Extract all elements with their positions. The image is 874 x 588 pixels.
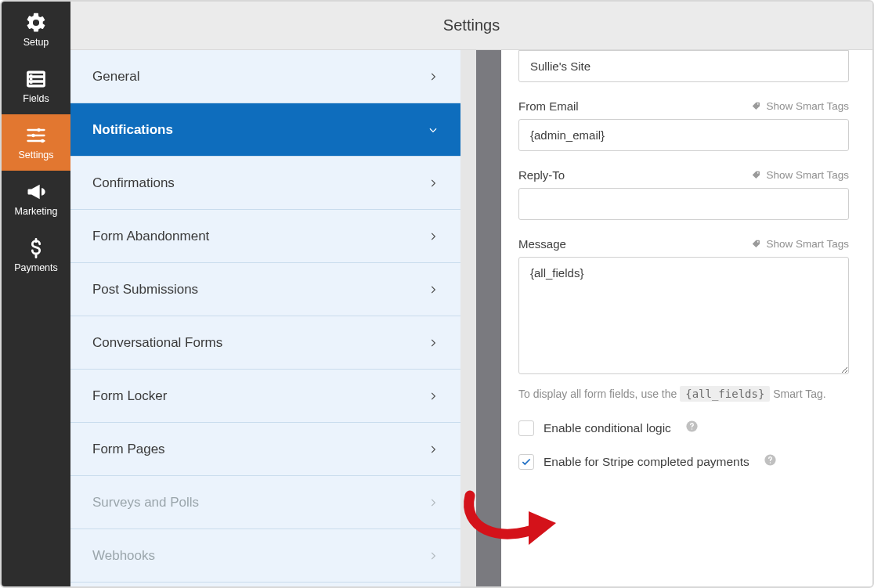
settings-item-post-submissions[interactable]: Post Submissions: [70, 263, 460, 316]
dollar-icon: [25, 237, 47, 259]
list-icon: [25, 68, 47, 90]
help-icon: [764, 453, 777, 467]
message-textarea[interactable]: [518, 257, 849, 374]
sliders-icon: [25, 124, 47, 146]
checkbox-conditional-logic[interactable]: [518, 420, 534, 436]
chevron-right-icon: [428, 391, 439, 402]
message-hint: To display all form fields, use the {all…: [518, 385, 849, 402]
settings-item-label: Form Pages: [92, 442, 165, 457]
settings-item-label: Form Locker: [92, 388, 167, 404]
hint-text: To display all form fields, use the: [518, 388, 680, 400]
show-smart-tags-reply-to[interactable]: Show Smart Tags: [751, 169, 849, 181]
iconbar-settings[interactable]: Settings: [2, 114, 70, 171]
from-name-input[interactable]: [518, 50, 849, 82]
svg-rect-2: [30, 78, 33, 80]
tags-icon: [751, 170, 762, 181]
page-header: Settings: [70, 2, 872, 50]
primary-iconbar: Setup Fields Settings Marketing Payments: [2, 2, 70, 586]
iconbar-fields[interactable]: Fields: [2, 58, 70, 114]
page-title: Settings: [443, 16, 500, 34]
tags-icon: [751, 239, 762, 250]
checkbox-conditional-logic-row: Enable conditional logic: [518, 420, 849, 436]
settings-item-label: Form Abandonment: [92, 229, 209, 244]
chevron-right-icon: [428, 231, 439, 242]
help-tooltip[interactable]: [685, 420, 699, 436]
chevron-right-icon: [428, 337, 439, 348]
help-tooltip[interactable]: [764, 453, 777, 470]
smart-tags-label: Show Smart Tags: [766, 169, 849, 181]
smart-tags-label: Show Smart Tags: [766, 100, 849, 112]
settings-item-label: Webhooks: [92, 548, 155, 564]
from-email-label: From Email: [518, 99, 579, 113]
smart-tags-label: Show Smart Tags: [766, 238, 849, 250]
chevron-right-icon: [428, 444, 439, 455]
chevron-right-icon: [428, 71, 439, 82]
bullhorn-icon: [25, 181, 47, 203]
iconbar-setup[interactable]: Setup: [2, 2, 70, 58]
iconbar-label: Setup: [23, 37, 49, 48]
notification-form: From Email Show Smart Tags Reply-To Sho: [501, 50, 872, 586]
settings-item-confirmations[interactable]: Confirmations: [70, 157, 460, 210]
settings-item-label: General: [92, 69, 139, 85]
settings-item-label: Confirmations: [92, 175, 175, 191]
chevron-down-icon: [428, 124, 439, 135]
chevron-right-icon: [428, 550, 439, 561]
iconbar-marketing[interactable]: Marketing: [2, 171, 70, 227]
settings-item-label: Notifications: [92, 122, 173, 138]
checkbox-label: Enable for Stripe completed payments: [544, 455, 749, 469]
settings-item-webhooks[interactable]: Webhooks: [70, 529, 460, 583]
settings-item-label: Surveys and Polls: [92, 495, 199, 510]
settings-item-form-locker[interactable]: Form Locker: [70, 370, 460, 423]
iconbar-label: Marketing: [15, 206, 58, 217]
reply-to-input[interactable]: [518, 188, 849, 220]
show-smart-tags-from-email[interactable]: Show Smart Tags: [751, 100, 849, 112]
settings-item-form-pages[interactable]: Form Pages: [70, 423, 460, 476]
reply-to-label: Reply-To: [518, 168, 565, 182]
message-label: Message: [518, 237, 566, 251]
settings-menu: General Notifications Confirmations Form…: [70, 50, 460, 586]
settings-item-conversational-forms[interactable]: Conversational Forms: [70, 316, 460, 370]
gear-icon: [25, 12, 47, 34]
checkbox-stripe-row: Enable for Stripe completed payments: [518, 453, 849, 470]
svg-point-6: [41, 139, 45, 143]
iconbar-label: Payments: [14, 262, 58, 273]
settings-item-surveys-polls[interactable]: Surveys and Polls: [70, 476, 460, 529]
chevron-right-icon: [428, 178, 439, 189]
check-icon: [521, 456, 532, 467]
hint-text: Smart Tag.: [770, 388, 825, 400]
settings-item-general[interactable]: General: [70, 50, 460, 103]
settings-item-notifications[interactable]: Notifications: [70, 103, 460, 157]
svg-rect-1: [30, 74, 33, 76]
settings-item-label: Post Submissions: [92, 282, 198, 298]
svg-point-5: [31, 134, 35, 138]
checkbox-label: Enable conditional logic: [544, 421, 671, 435]
svg-rect-3: [30, 82, 33, 84]
svg-point-4: [37, 128, 41, 132]
iconbar-payments[interactable]: Payments: [2, 227, 70, 283]
chevron-right-icon: [428, 497, 439, 508]
help-icon: [685, 420, 699, 433]
chevron-right-icon: [428, 284, 439, 295]
panel-divider: [476, 50, 501, 586]
iconbar-label: Fields: [23, 93, 49, 104]
from-email-input[interactable]: [518, 119, 849, 151]
settings-item-label: Conversational Forms: [92, 335, 222, 351]
tags-icon: [751, 101, 762, 112]
iconbar-label: Settings: [18, 150, 53, 161]
checkbox-stripe-completed[interactable]: [518, 454, 534, 470]
settings-item-form-abandonment[interactable]: Form Abandonment: [70, 210, 460, 263]
hint-code: {all_fields}: [680, 386, 770, 402]
show-smart-tags-message[interactable]: Show Smart Tags: [751, 238, 849, 250]
